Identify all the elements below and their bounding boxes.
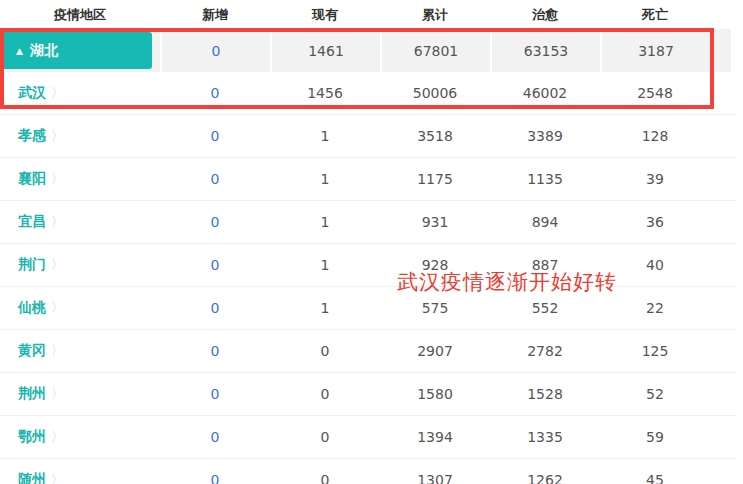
new-cases-cell[interactable]: 0 <box>160 201 270 243</box>
new-cases-link[interactable]: 0 <box>211 386 220 402</box>
table-row[interactable]: 鄂州 〉 0 0 1394 1335 59 <box>0 416 736 459</box>
current-cases-cell: 0 <box>270 373 380 415</box>
chevron-right-icon: 〉 <box>51 127 63 146</box>
chevron-right-icon: 〉 <box>51 84 63 103</box>
table-row[interactable]: 黄冈 〉 0 0 2907 2782 125 <box>0 330 736 373</box>
table-row[interactable]: 襄阳 〉 0 1 1175 1135 39 <box>0 158 736 201</box>
new-cases-cell[interactable]: 0 <box>160 115 270 157</box>
new-cases-link[interactable]: 0 <box>211 343 220 359</box>
current-cases-cell: 1 <box>270 287 380 329</box>
cured-cases-value: 1335 <box>527 429 563 445</box>
total-cases-cell: 2907 <box>380 330 490 372</box>
current-cases-value: 0 <box>321 472 330 484</box>
table-row[interactable]: 武汉 〉 0 1456 50006 46002 2548 <box>0 72 736 115</box>
death-cases-value: 128 <box>642 128 669 144</box>
new-cases-cell[interactable]: 0 <box>160 330 270 372</box>
sort-ascending-icon: ▲ <box>16 46 23 56</box>
total-cases-value: 50006 <box>413 85 458 101</box>
death-cases-value: 22 <box>646 300 664 316</box>
region-cell[interactable]: 荆州 〉 <box>0 373 160 415</box>
row-filler <box>710 244 731 286</box>
row-filler <box>710 330 731 372</box>
table-row-province[interactable]: ▲ 湖北 0 1461 67801 63153 3187 <box>0 29 736 72</box>
cured-cases-cell: 1335 <box>490 416 600 458</box>
region-cell[interactable]: 随州 〉 <box>0 459 160 484</box>
annotation-text: 武汉疫情逐渐开始好转 <box>397 268 617 296</box>
current-cases-cell: 0 <box>270 459 380 484</box>
cured-cases-value: 894 <box>532 214 559 230</box>
region-cell[interactable]: 襄阳 〉 <box>0 158 160 200</box>
new-cases-link[interactable]: 0 <box>211 429 220 445</box>
current-cases-value: 1 <box>321 300 330 316</box>
total-cases-value: 1580 <box>417 386 453 402</box>
total-cases-cell: 50006 <box>380 72 490 114</box>
region-cell[interactable]: 仙桃 〉 <box>0 287 160 329</box>
row-filler <box>710 416 731 458</box>
death-cases-cell: 45 <box>600 459 710 484</box>
region-name-link[interactable]: 孝感 <box>18 127 46 145</box>
table-row[interactable]: 随州 〉 0 0 1307 1262 45 <box>0 459 736 484</box>
table-body: ▲ 湖北 0 1461 67801 63153 3187 武汉 〉 0 1456… <box>0 29 743 484</box>
total-cases-cell: 1307 <box>380 459 490 484</box>
new-cases-cell[interactable]: 0 <box>160 72 270 114</box>
region-name-link[interactable]: 武汉 <box>18 84 46 102</box>
table-row[interactable]: 荆门 〉 0 1 928 887 40 <box>0 244 736 287</box>
new-cases-cell[interactable]: 0 <box>160 29 270 72</box>
new-cases-link[interactable]: 0 <box>211 171 220 187</box>
death-cases-value: 40 <box>646 257 664 273</box>
region-name-link[interactable]: 襄阳 <box>18 170 46 188</box>
region-name-link[interactable]: 仙桃 <box>18 299 46 317</box>
region-cell[interactable]: 武汉 〉 <box>0 72 160 114</box>
new-cases-cell[interactable]: 0 <box>160 373 270 415</box>
new-cases-cell[interactable]: 0 <box>160 244 270 286</box>
death-cases-cell: 39 <box>600 158 710 200</box>
table-row[interactable]: 孝感 〉 0 1 3518 3389 128 <box>0 115 736 158</box>
new-cases-link[interactable]: 0 <box>211 300 220 316</box>
column-header-region: 疫情地区 <box>0 6 160 24</box>
chevron-right-icon: 〉 <box>51 342 63 361</box>
death-cases-value: 39 <box>646 171 664 187</box>
region-cell[interactable]: 孝感 〉 <box>0 115 160 157</box>
cured-cases-value: 46002 <box>523 85 568 101</box>
new-cases-link[interactable]: 0 <box>212 43 221 59</box>
region-cell[interactable]: 宜昌 〉 <box>0 201 160 243</box>
province-chip[interactable]: ▲ 湖北 <box>0 32 152 69</box>
death-cases-cell: 3187 <box>600 29 710 72</box>
row-filler <box>710 373 731 415</box>
new-cases-link[interactable]: 0 <box>211 214 220 230</box>
table-row[interactable]: 仙桃 〉 0 1 575 552 22 <box>0 287 736 330</box>
new-cases-cell[interactable]: 0 <box>160 416 270 458</box>
new-cases-cell[interactable]: 0 <box>160 158 270 200</box>
table-row[interactable]: 荆州 〉 0 0 1580 1528 52 <box>0 373 736 416</box>
region-name-link[interactable]: 黄冈 <box>18 342 46 360</box>
current-cases-value: 1 <box>321 171 330 187</box>
region-name-link[interactable]: 宜昌 <box>18 213 46 231</box>
current-cases-value: 0 <box>321 343 330 359</box>
total-cases-value: 931 <box>422 214 449 230</box>
new-cases-link[interactable]: 0 <box>211 257 220 273</box>
new-cases-link[interactable]: 0 <box>211 85 220 101</box>
new-cases-cell[interactable]: 0 <box>160 287 270 329</box>
region-name-link[interactable]: 荆州 <box>18 385 46 403</box>
region-cell[interactable]: 荆门 〉 <box>0 244 160 286</box>
region-name-link[interactable]: 荆门 <box>18 256 46 274</box>
region-name-link[interactable]: 鄂州 <box>18 428 46 446</box>
chevron-right-icon: 〉 <box>51 170 63 189</box>
new-cases-cell[interactable]: 0 <box>160 459 270 484</box>
region-cell[interactable]: ▲ 湖北 <box>0 29 160 72</box>
current-cases-cell: 1 <box>270 115 380 157</box>
total-cases-value: 2907 <box>417 343 453 359</box>
row-filler <box>710 287 731 329</box>
region-name-link[interactable]: 随州 <box>18 471 46 484</box>
region-cell[interactable]: 鄂州 〉 <box>0 416 160 458</box>
region-cell[interactable]: 黄冈 〉 <box>0 330 160 372</box>
row-filler <box>710 29 731 72</box>
death-cases-value: 36 <box>646 214 664 230</box>
column-header-cured: 治愈 <box>490 6 600 24</box>
cured-cases-cell: 63153 <box>490 29 600 72</box>
column-header-dead: 死亡 <box>600 6 710 24</box>
table-row[interactable]: 宜昌 〉 0 1 931 894 36 <box>0 201 736 244</box>
cured-cases-value: 3389 <box>527 128 563 144</box>
new-cases-link[interactable]: 0 <box>211 472 220 484</box>
new-cases-link[interactable]: 0 <box>211 128 220 144</box>
